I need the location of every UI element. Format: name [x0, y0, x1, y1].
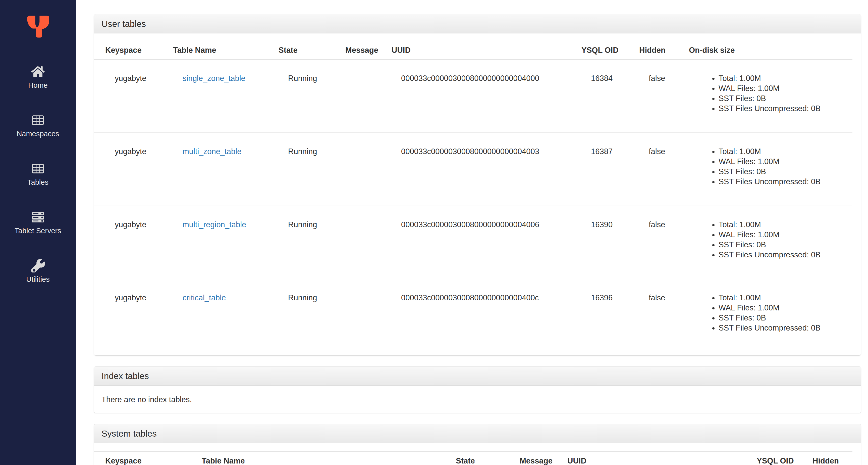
keyspace-cell: yugabyte	[94, 279, 162, 352]
column-header-keyspace: Keyspace	[94, 452, 190, 465]
on-disk-size-cell: Total: 1.00M WAL Files: 1.00M SST Files:…	[678, 279, 852, 352]
column-header-message: Message	[508, 452, 556, 465]
on-disk-size-list: Total: 1.00M WAL Files: 1.00M SST Files:…	[699, 293, 850, 333]
hidden-cell: false	[628, 60, 678, 133]
tablet-servers-icon	[31, 210, 45, 224]
column-header-ysql-oid: YSQL OID	[570, 41, 628, 60]
table-row: yugabyte critical_table Running 000033c0…	[94, 279, 852, 352]
on-disk-size-cell: Total: 1.00M WAL Files: 1.00M SST Files:…	[678, 133, 852, 206]
message-cell	[334, 60, 380, 133]
table-name-cell: multi_region_table	[162, 206, 267, 279]
table-row: yugabyte multi_zone_table Running 000033…	[94, 133, 852, 206]
table-name-link[interactable]: multi_zone_table	[183, 147, 241, 156]
state-cell: Running	[267, 279, 334, 352]
table-name-cell: multi_zone_table	[162, 133, 267, 206]
message-cell	[334, 133, 380, 206]
system-tables-panel: System tables Keyspace Table Name State …	[94, 424, 861, 465]
main-content: User tables Keyspace Table Name State Me…	[76, 0, 868, 465]
user-tables-panel: User tables Keyspace Table Name State Me…	[94, 14, 861, 356]
sidebar-item-label: Tablet Servers	[14, 227, 61, 235]
sidebar-item-namespaces[interactable]: Namespaces	[0, 113, 76, 138]
namespaces-icon	[31, 113, 45, 127]
sidebar-item-label: Namespaces	[17, 129, 59, 138]
on-disk-size-list: Total: 1.00M WAL Files: 1.00M SST Files:…	[699, 147, 850, 187]
keyspace-cell: yugabyte	[94, 206, 162, 279]
column-header-table-name: Table Name	[190, 452, 444, 465]
column-header-ysql-oid: YSQL OID	[745, 452, 801, 465]
state-cell: Running	[267, 60, 334, 133]
uuid-cell: 000033c0000030008000000000004003	[380, 133, 570, 206]
column-header-on-disk-size: On-disk size	[678, 41, 852, 60]
table-name-cell: single_zone_table	[162, 60, 267, 133]
index-tables-body: There are no index tables.	[94, 385, 861, 413]
state-cell: Running	[267, 206, 334, 279]
user-tables-body: Keyspace Table Name State Message UUID Y…	[94, 33, 861, 355]
table-name-link[interactable]: single_zone_table	[183, 74, 245, 83]
home-icon	[31, 65, 45, 79]
sidebar-nav: Home Namespaces	[0, 65, 76, 308]
table-header-row: Keyspace Table Name State Message UUID Y…	[94, 41, 852, 60]
hidden-cell: false	[628, 133, 678, 206]
system-tables-table: Keyspace Table Name State Message UUID Y…	[94, 452, 852, 465]
hidden-cell: false	[628, 206, 678, 279]
on-disk-size-cell: Total: 1.00M WAL Files: 1.00M SST Files:…	[678, 206, 852, 279]
table-name-link[interactable]: multi_region_table	[183, 220, 246, 229]
utilities-icon	[31, 259, 45, 272]
keyspace-cell: yugabyte	[94, 133, 162, 206]
table-name-link[interactable]: critical_table	[183, 293, 226, 302]
uuid-cell: 000033c000003000800000000000400c	[380, 279, 570, 352]
column-header-uuid: UUID	[556, 452, 745, 465]
tables-icon	[31, 162, 45, 175]
uuid-cell: 000033c0000030008000000000004000	[380, 60, 570, 133]
column-header-uuid: UUID	[380, 41, 570, 60]
sidebar-item-tablet-servers[interactable]: Tablet Servers	[0, 210, 76, 235]
index-tables-panel: Index tables There are no index tables.	[94, 366, 861, 413]
hidden-cell: false	[628, 279, 678, 352]
ysql-oid-cell: 16387	[570, 133, 628, 206]
on-disk-size-list: Total: 1.00M WAL Files: 1.00M SST Files:…	[699, 74, 850, 114]
on-disk-size-list: Total: 1.00M WAL Files: 1.00M SST Files:…	[699, 220, 850, 260]
app-root: Home Namespaces	[0, 0, 868, 465]
sidebar-item-home[interactable]: Home	[0, 65, 76, 89]
yugabyte-logo[interactable]	[25, 13, 51, 38]
sidebar-item-label: Tables	[27, 178, 49, 186]
panel-title: System tables	[101, 429, 157, 439]
panel-title: Index tables	[101, 371, 149, 381]
yugabyte-logo-icon	[25, 13, 51, 40]
table-name-cell: critical_table	[162, 279, 267, 352]
sidebar-item-utilities[interactable]: Utilities	[0, 259, 76, 284]
sidebar-item-label: Utilities	[26, 275, 50, 284]
column-header-keyspace: Keyspace	[94, 41, 162, 60]
column-header-hidden: Hidden	[628, 41, 678, 60]
panel-title: User tables	[101, 19, 146, 29]
system-tables-heading: System tables	[94, 424, 861, 443]
ysql-oid-cell: 16384	[570, 60, 628, 133]
column-header-hidden: Hidden	[801, 452, 852, 465]
column-header-table-name: Table Name	[162, 41, 267, 60]
column-header-state: State	[444, 452, 508, 465]
sidebar-item-label: Home	[28, 81, 48, 89]
on-disk-size-cell: Total: 1.00M WAL Files: 1.00M SST Files:…	[678, 60, 852, 133]
uuid-cell: 000033c0000030008000000000004006	[380, 206, 570, 279]
message-cell	[334, 279, 380, 352]
table-row: yugabyte multi_region_table Running 0000…	[94, 206, 852, 279]
ysql-oid-cell: 16390	[570, 206, 628, 279]
sidebar-item-tables[interactable]: Tables	[0, 162, 76, 186]
table-row: yugabyte single_zone_table Running 00003…	[94, 60, 852, 133]
system-tables-body: Keyspace Table Name State Message UUID Y…	[94, 443, 861, 465]
user-tables-table: Keyspace Table Name State Message UUID Y…	[94, 41, 852, 352]
message-cell	[334, 206, 380, 279]
keyspace-cell: yugabyte	[94, 60, 162, 133]
ysql-oid-cell: 16396	[570, 279, 628, 352]
state-cell: Running	[267, 133, 334, 206]
sidebar: Home Namespaces	[0, 0, 76, 465]
index-tables-heading: Index tables	[94, 367, 861, 385]
empty-message: There are no index tables.	[101, 395, 192, 404]
column-header-state: State	[267, 41, 334, 60]
column-header-message: Message	[334, 41, 380, 60]
user-tables-heading: User tables	[94, 14, 861, 33]
table-header-row: Keyspace Table Name State Message UUID Y…	[94, 452, 852, 465]
